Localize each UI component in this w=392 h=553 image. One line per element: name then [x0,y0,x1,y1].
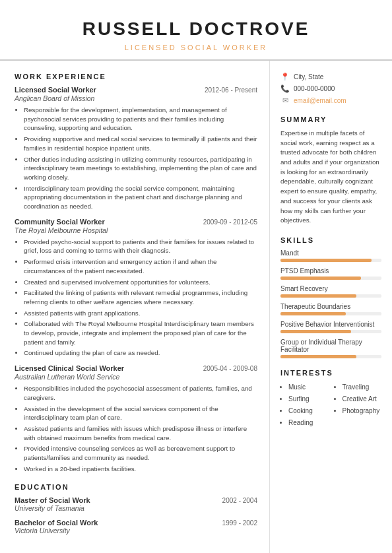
skill-3: Smart Recovery [280,285,381,298]
job-company-2: The Royal Melbourne Hospital [15,226,257,234]
job-date-2: 2009-09 - 2012-05 [203,218,257,226]
skill-5: Positive Behavior Interventionist [280,321,381,333]
bullet: Collaborated with The Royal Melbourne Ho… [24,319,257,346]
job-company-1: Anglican Board of Mission [15,94,257,102]
job-header-3: Licensed Clinical Social Worker 2005-04 … [15,364,257,372]
bullet: Performed crisis intervention and emerge… [24,257,257,275]
job-block-2: Community Social Worker 2009-09 - 2012-0… [15,218,257,358]
interest-item: Music [288,382,328,392]
work-experience-title: WORK EXPERIENCE [15,73,257,81]
interests-list-2: Traveling Creative Art Photography [335,382,382,416]
edu-degree-1: Master of Social Work [15,496,90,504]
edu-date-2: 1999 - 2002 [222,519,257,527]
location-icon: 📍 [280,73,290,81]
skill-1: Mandt [280,249,381,262]
interest-item: Photography [343,406,382,416]
bullet: Created and supervised involvement oppor… [24,278,257,287]
edu-block-1: Master of Social Work 2002 - 2004 Univer… [15,496,257,512]
education-title: EDUCATION [15,483,257,491]
interests-columns: Music Surfing Cooking Reading Traveling … [280,382,381,430]
email-text: email@email.com [294,97,346,104]
job-bullets-2: Provided psycho-social support to patien… [15,238,257,358]
skill-bar-bg-4 [280,312,381,315]
bullet: Assisted patients and families with issu… [24,424,257,442]
job-date-3: 2005-04 - 2009-08 [203,365,257,372]
job-date-1: 2012-06 - Present [205,86,257,94]
interests-title: INTERESTS [280,369,381,377]
skills-title: SKILLS [280,236,381,244]
skill-bar-bg-5 [280,330,381,333]
skill-bar-fill-2 [280,276,361,280]
job-block-1: Licensed Social Worker 2012-06 - Present… [15,86,257,211]
interest-item: Surfing [288,394,328,404]
skill-bar-bg-1 [280,259,381,262]
interests-col-2: Traveling Creative Art Photography [335,382,382,430]
candidate-name: RUSSELL DOCTROVE [13,18,379,40]
edu-block-2: Bachelor of Social Work 1999 - 2002 Vict… [15,519,257,535]
skill-6: Group or Individual Therapy Facilitator [280,339,381,358]
location-text: City, State [294,73,323,81]
edu-school-2: Victoria University [15,527,257,535]
skill-bar-fill-4 [280,312,346,315]
bullet: Interdisciplinary team providing the soc… [24,184,257,211]
summary-text: Expertise in multiple facets of social w… [280,129,381,226]
interest-item: Reading [288,418,328,428]
bullet: Providing supportive and medical social … [24,135,257,152]
skill-name-3: Smart Recovery [280,285,381,292]
bullet: Provided psycho-social support to patien… [24,238,257,255]
edu-school-1: University of Tasmania [15,504,257,512]
bullet: Worked in a 20-bed inpatients facilities… [24,465,257,474]
bullet: Assisted in the development of the socia… [24,405,257,422]
skill-name-6: Group or Individual Therapy Facilitator [280,339,381,353]
skill-name-4: Therapeutic Boundaries [280,303,381,310]
job-title-1: Licensed Social Worker [15,86,96,94]
skill-bar-fill-1 [280,259,372,262]
interest-item: Creative Art [343,394,382,404]
skill-bar-bg-2 [280,276,381,280]
skill-bar-bg-3 [280,294,381,298]
edu-date-1: 2002 - 2004 [222,497,257,504]
contact-location: 📍 City, State [280,73,381,81]
edu-header-2: Bachelor of Social Work 1999 - 2002 [15,519,257,527]
interests-col-1: Music Surfing Cooking Reading [280,382,328,430]
edu-degree-2: Bachelor of Social Work [15,519,98,527]
skill-bar-fill-5 [280,330,351,333]
skill-4: Therapeutic Boundaries [280,303,381,315]
email-icon: ✉ [280,96,290,105]
bullet: Continued updating the plan of care as n… [24,348,257,358]
job-title-3: Licensed Clinical Social Worker [15,364,124,372]
skill-bar-fill-6 [280,355,356,358]
header: RUSSELL DOCTROVE LICENSED SOCIAL WORKER [0,0,392,60]
bullet: Facilitated the linking of patients with… [24,288,257,306]
skill-name-1: Mandt [280,249,381,257]
job-title-2: Community Social Worker [15,218,105,226]
bullet: Responsibilities included the psychosoci… [24,384,257,402]
skill-bar-fill-3 [280,294,356,298]
resume: RUSSELL DOCTROVE LICENSED SOCIAL WORKER … [0,0,392,553]
contact-section: 📍 City, State 📞 000-000-0000 ✉ email@ema… [280,73,381,105]
right-column: 📍 City, State 📞 000-000-0000 ✉ email@ema… [270,61,392,553]
job-bullets-1: Responsible for the development, impleme… [15,106,257,211]
bullet: Assisted patients with grant application… [24,309,257,318]
body: WORK EXPERIENCE Licensed Social Worker 2… [0,61,392,553]
job-company-3: Australian Lutheran World Service [15,373,257,381]
skill-name-2: PTSD Emphasis [280,267,381,275]
left-column: WORK EXPERIENCE Licensed Social Worker 2… [0,61,270,553]
job-bullets-3: Responsibilities included the psychosoci… [15,384,257,473]
contact-email: ✉ email@email.com [280,96,381,105]
interest-item: Traveling [343,382,382,392]
bullet: Responsible for the development, impleme… [24,106,257,133]
phone-text: 000-000-0000 [294,85,335,92]
skill-2: PTSD Emphasis [280,267,381,280]
candidate-title: LICENSED SOCIAL WORKER [13,44,379,51]
interests-list-1: Music Surfing Cooking Reading [280,382,328,428]
skill-name-5: Positive Behavior Interventionist [280,321,381,328]
interest-item: Cooking [288,406,328,416]
job-block-3: Licensed Clinical Social Worker 2005-04 … [15,364,257,473]
bullet: Provided intensive counseling services a… [24,444,257,462]
edu-header-1: Master of Social Work 2002 - 2004 [15,496,257,504]
job-header-2: Community Social Worker 2009-09 - 2012-0… [15,218,257,226]
skill-bar-bg-6 [280,355,381,358]
bullet: Other duties including assisting in util… [24,155,257,182]
summary-title: SUMMARY [280,115,381,123]
